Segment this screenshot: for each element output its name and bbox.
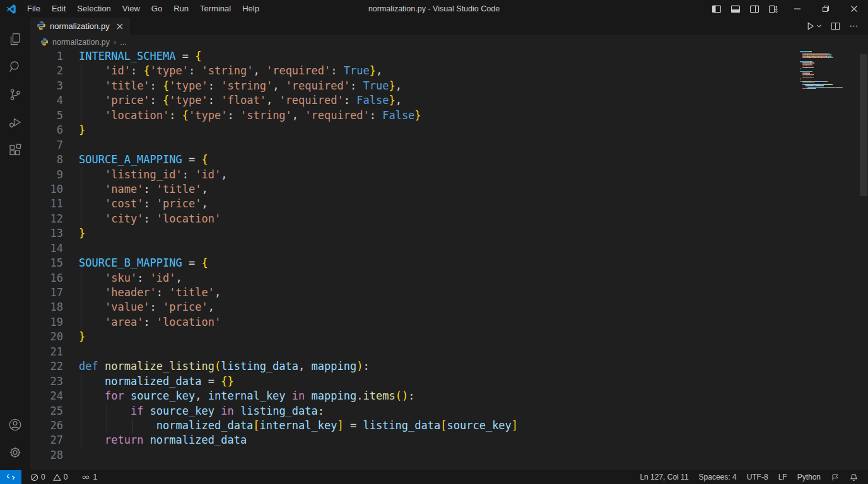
menu-bar: FileEditSelectionViewGoRunTerminalHelp (21, 0, 265, 18)
menu-edit[interactable]: Edit (46, 0, 71, 18)
tab-close-icon[interactable] (117, 23, 123, 30)
line-number: 3 (30, 79, 63, 93)
search-icon[interactable] (0, 53, 30, 81)
menu-view[interactable]: View (117, 0, 146, 18)
cursor-position[interactable]: Ln 127, Col 11 (635, 470, 693, 484)
line-number: 15 (30, 256, 63, 270)
errors-icon (30, 473, 38, 481)
split-editor-button[interactable] (828, 18, 843, 35)
code-line: 13} (30, 226, 868, 241)
line-number: 6 (30, 123, 63, 137)
restore-button[interactable] (811, 0, 840, 18)
line-number: 1 (30, 49, 63, 64)
vscode-logo-icon (0, 4, 21, 14)
menu-run[interactable]: Run (168, 0, 194, 18)
line-number: 19 (30, 315, 63, 330)
customize-layout-button[interactable] (764, 0, 783, 18)
breadcrumb: normalization.py › ... (30, 35, 868, 49)
eol-status[interactable]: LF (773, 470, 792, 484)
python-file-icon (40, 38, 49, 46)
editor-actions (802, 18, 868, 35)
run-debug-icon[interactable] (0, 108, 30, 136)
activity-bar (0, 18, 30, 470)
run-python-file-button[interactable] (802, 18, 825, 35)
line-number: 11 (30, 197, 63, 211)
window-title: normalization.py - Visual Studio Code (368, 4, 500, 13)
tab-bar: normalization.py (30, 18, 868, 35)
breadcrumb-more[interactable]: ... (120, 38, 126, 47)
indentation-status[interactable]: Spacees: 4 (694, 470, 742, 484)
extensions-icon[interactable] (0, 136, 30, 164)
menu-selection[interactable]: Selection (71, 0, 116, 18)
toggle-panel-button[interactable] (726, 0, 745, 18)
line-number: 27 (30, 433, 63, 447)
vscode-window: FileEditSelectionViewGoRunTerminalHelp n… (0, 0, 868, 484)
line-number: 4 (30, 93, 63, 108)
title-bar: FileEditSelectionViewGoRunTerminalHelp n… (0, 0, 868, 18)
code-line: 15SOURCE_B_MAPPING = { (30, 256, 868, 270)
code-line: 27 return normalized_data (30, 433, 868, 447)
line-number: 13 (30, 226, 63, 241)
accounts-icon[interactable] (0, 411, 30, 439)
more-actions-icon[interactable] (846, 18, 862, 35)
code-line: 7 (30, 138, 868, 153)
code-line: 12 'city': 'location' (30, 212, 868, 226)
code-line: 18 'value': 'price', (30, 300, 868, 314)
menu-help[interactable]: Help (237, 0, 265, 18)
toggle-sidebar-button[interactable] (707, 0, 726, 18)
tab-label: normalization.py (50, 21, 110, 31)
code-line: 9 'listing_id': 'id', (30, 168, 868, 182)
code-line: 10 'name': 'title', (30, 182, 868, 197)
ports-icon (81, 473, 90, 481)
minimap[interactable] (800, 51, 858, 91)
code-line: 21 (30, 345, 868, 359)
code-line: 4 'price': {'type': 'float', 'required':… (30, 93, 868, 108)
forwarded-ports[interactable]: 1 (78, 470, 101, 484)
feedback-icon[interactable] (826, 470, 845, 484)
line-number: 14 (30, 241, 63, 256)
code-line: 11 'cost': 'price', (30, 197, 868, 211)
line-number: 7 (30, 138, 63, 153)
code-editor[interactable]: 1INTERNAL_SCHEMA = {2 'id': {'type': 'st… (30, 49, 868, 470)
explorer-icon[interactable] (0, 25, 30, 53)
encoding-status[interactable]: UTF-8 (742, 470, 773, 484)
code-line: 24 for source_key, internal_key in mappi… (30, 389, 868, 403)
code-line: 16 'sku': 'id', (30, 271, 868, 285)
code-line: 6} (30, 123, 868, 137)
code-line: 1INTERNAL_SCHEMA = { (30, 49, 868, 64)
python-file-icon (37, 21, 46, 32)
code-line: 26 normalized_data[internal_key] = listi… (30, 418, 868, 433)
chevron-right-icon: › (114, 38, 116, 47)
menu-file[interactable]: File (21, 0, 46, 18)
code-line: 19 'area': 'location' (30, 315, 868, 330)
breadcrumb-file[interactable]: normalization.py (52, 38, 110, 47)
line-number: 12 (30, 212, 63, 226)
settings-gear-icon[interactable] (0, 439, 30, 466)
source-control-icon[interactable] (0, 81, 30, 108)
code-line: 14 (30, 241, 868, 256)
line-number: 2 (30, 64, 63, 78)
code-line: 8SOURCE_A_MAPPING = { (30, 153, 868, 167)
code-line: 23 normalized_data = {} (30, 374, 868, 389)
notifications-bell-icon[interactable] (845, 470, 863, 484)
line-number: 18 (30, 300, 63, 314)
code-line: 5 'location': {'type': 'string', 'requir… (30, 108, 868, 123)
tab-normalization-py[interactable]: normalization.py (30, 18, 130, 35)
status-bar: 0 0 1 Ln 127, Col 11 Spacees: 4 UTF-8 LF… (0, 470, 868, 484)
code-line: 3 'title': {'type': 'string', 'required'… (30, 79, 868, 93)
code-lines: 1INTERNAL_SCHEMA = {2 'id': {'type': 'st… (30, 49, 868, 463)
minimize-button[interactable] (783, 0, 811, 18)
menu-terminal[interactable]: Terminal (194, 0, 237, 18)
line-number: 24 (30, 389, 63, 403)
titlebar-controls (707, 0, 868, 18)
problems-warnings[interactable]: 0 (49, 470, 72, 484)
scrollbar-thumb[interactable] (860, 54, 867, 196)
language-mode[interactable]: Python (792, 470, 826, 484)
code-line: 22def normalize_listing(listing_data, ma… (30, 359, 868, 374)
problems-errors[interactable]: 0 (26, 470, 49, 484)
menu-go[interactable]: Go (146, 0, 168, 18)
remote-indicator[interactable] (0, 470, 21, 484)
toggle-secondary-sidebar-button[interactable] (745, 0, 764, 18)
line-number: 25 (30, 404, 63, 418)
close-window-button[interactable] (840, 0, 868, 18)
